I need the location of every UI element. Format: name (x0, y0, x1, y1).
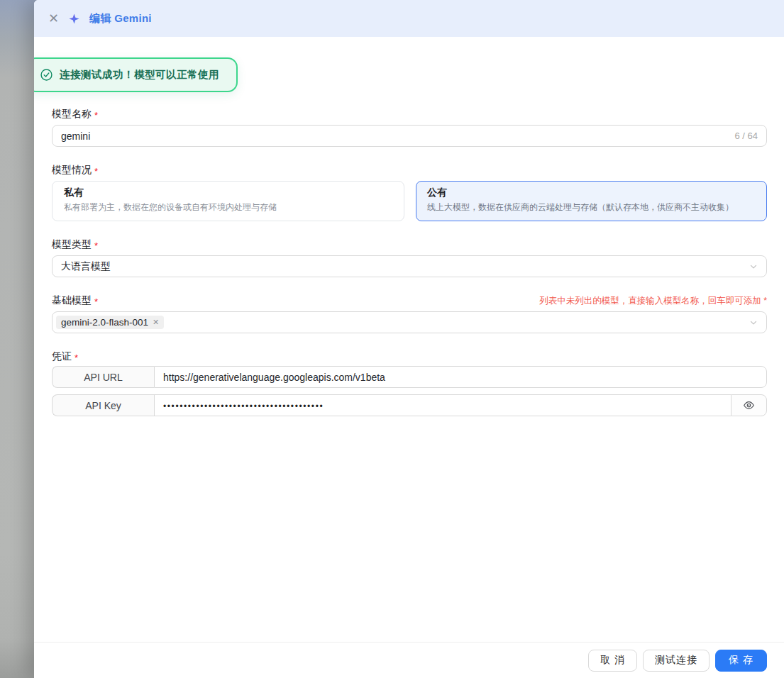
char-counter: 6 / 64 (734, 130, 758, 141)
success-toast: 连接测试成功！模型可以正常使用 (34, 57, 238, 92)
required-mark: * (94, 241, 98, 250)
scope-card-description: 线上大模型，数据在供应商的云端处理与存储（默认存本地，供应商不主动收集） (427, 201, 756, 213)
api-key-masked-value: ••••••••••••••••••••••••••••••••••••••• (163, 401, 324, 411)
close-icon[interactable]: ✕ (48, 12, 59, 25)
model-type-value: 大语言模型 (61, 260, 111, 273)
remove-tag-icon[interactable]: ✕ (153, 318, 159, 326)
model-scope-label: 模型情况* (52, 164, 98, 177)
model-type-label: 模型类型* (52, 238, 98, 251)
api-key-addon-label: API Key (52, 394, 154, 416)
api-url-row: API URL https://generativelanguage.googl… (52, 366, 767, 388)
form-item-model-type: 模型类型* 大语言模型 (52, 238, 767, 277)
drawer-title: 编辑 Gemini (89, 12, 152, 26)
chevron-down-icon (749, 318, 758, 327)
save-button[interactable]: 保 存 (715, 650, 767, 672)
model-name-field: 6 / 64 (52, 125, 767, 147)
form-item-base-model: 基础模型* 列表中未列出的模型，直接输入模型名称，回车即可添加 * gemini… (52, 294, 767, 333)
form-item-credentials: 凭证* API URL https://generativelanguage.g… (52, 350, 767, 416)
cancel-button[interactable]: 取 消 (588, 650, 637, 672)
api-url-input[interactable]: https://generativelanguage.googleapis.co… (154, 366, 767, 388)
base-model-tag-label: gemini-2.0-flash-001 (61, 317, 148, 328)
api-key-row: API Key ••••••••••••••••••••••••••••••••… (52, 394, 767, 416)
base-model-hint: 列表中未列出的模型，直接输入模型名称，回车即可添加 * (539, 295, 767, 307)
api-url-addon-label: API URL (52, 366, 154, 388)
required-mark: * (94, 111, 98, 120)
drawer-footer: 取 消 测试连接 保 存 (34, 642, 784, 678)
form-item-model-name: 模型名称* 6 / 64 (52, 108, 767, 147)
scope-card-title: 私有 (64, 187, 392, 199)
required-mark: * (94, 297, 98, 306)
scope-card-title: 公有 (427, 187, 756, 199)
scope-card-description: 私有部署为主，数据在您的设备或自有环境内处理与存储 (64, 201, 392, 213)
credentials-label: 凭证* (52, 350, 78, 363)
check-circle-icon (40, 69, 53, 81)
base-model-tag: gemini-2.0-flash-001 ✕ (56, 316, 164, 329)
edit-model-drawer: ✕ 编辑 Gemini 连接测试成功！模型可以正常使用 (34, 0, 784, 678)
drawer-body: 连接测试成功！模型可以正常使用 模型名称* 6 / 64 模型情况* (34, 37, 784, 642)
scope-card-private[interactable]: 私有 私有部署为主，数据在您的设备或自有环境内处理与存储 (52, 181, 404, 221)
model-type-select[interactable]: 大语言模型 (52, 255, 767, 277)
scope-card-public[interactable]: 公有 线上大模型，数据在供应商的云端处理与存储（默认存本地，供应商不主动收集） (416, 181, 768, 221)
eye-icon (743, 399, 755, 411)
drawer-header: ✕ 编辑 Gemini (34, 0, 784, 37)
sparkle-icon (68, 13, 80, 25)
toast-message: 连接测试成功！模型可以正常使用 (60, 68, 219, 82)
model-name-input[interactable] (61, 130, 727, 142)
form-item-model-scope: 模型情况* 私有 私有部署为主，数据在您的设备或自有环境内处理与存储 公有 线上… (52, 164, 767, 221)
api-key-input[interactable]: ••••••••••••••••••••••••••••••••••••••• (154, 394, 731, 416)
base-model-select[interactable]: gemini-2.0-flash-001 ✕ (52, 311, 767, 333)
base-model-label: 基础模型* (52, 294, 98, 307)
password-toggle-button[interactable] (731, 394, 767, 416)
model-name-label: 模型名称* (52, 108, 98, 121)
required-mark: * (74, 353, 78, 362)
chevron-down-icon (749, 262, 758, 271)
required-mark: * (94, 167, 98, 176)
test-connection-button[interactable]: 测试连接 (643, 650, 710, 672)
